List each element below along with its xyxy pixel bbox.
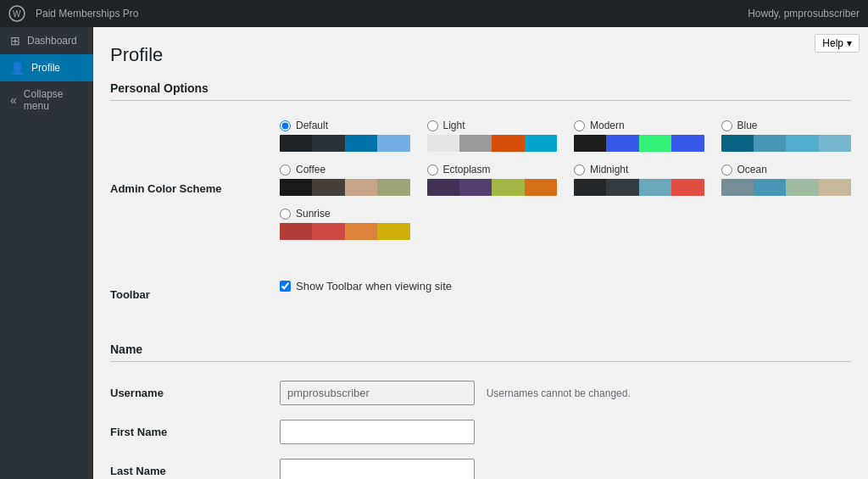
top-bar-right: Howdy, pmprosubscriber xyxy=(748,8,860,19)
color-scheme-ectoplasm: Ectoplasm xyxy=(427,164,558,196)
top-bar-left: W Paid Memberships Pro xyxy=(8,5,138,22)
color-scheme-blue-text: Blue xyxy=(737,120,758,131)
sidebar-item-profile[interactable]: 👤 Profile xyxy=(0,54,93,81)
first-name-label: First Name xyxy=(110,413,280,452)
color-scheme-ectoplasm-text: Ectoplasm xyxy=(443,164,491,175)
color-scheme-sunrise-radio[interactable] xyxy=(280,209,291,220)
toolbar-label-cell: Toolbar xyxy=(110,265,280,326)
color-scheme-midnight-label[interactable]: Midnight xyxy=(574,164,704,175)
username-note: Usernames cannot be changed. xyxy=(487,387,631,399)
color-scheme-default-swatch xyxy=(280,135,410,152)
name-section-heading: Name xyxy=(110,343,851,362)
sidebar: ⊞ Dashboard 👤 Profile « Collapse menu xyxy=(0,27,93,479)
last-name-field-cell xyxy=(280,452,851,480)
first-name-field-cell xyxy=(280,413,851,452)
color-scheme-light-label[interactable]: Light xyxy=(427,120,558,131)
color-scheme-coffee: Coffee xyxy=(280,164,410,196)
last-name-row: Last Name xyxy=(110,452,851,480)
color-scheme-coffee-label[interactable]: Coffee xyxy=(280,164,410,175)
toolbar-row: Toolbar Show Toolbar when viewing site xyxy=(110,265,851,326)
color-scheme-coffee-radio[interactable] xyxy=(280,164,291,175)
username-field-cell: Usernames cannot be changed. xyxy=(280,374,851,413)
toolbar-checkbox-text: Show Toolbar when viewing site xyxy=(296,280,452,292)
howdy-text: Howdy, pmprosubscriber xyxy=(748,8,860,19)
svg-text:W: W xyxy=(13,9,21,19)
color-scheme-ocean-swatch xyxy=(721,179,852,196)
color-scheme-table: Admin Color Scheme Default xyxy=(110,113,851,326)
first-name-row: First Name xyxy=(110,413,851,452)
color-scheme-blue-swatch xyxy=(721,135,852,152)
help-label: Help xyxy=(822,37,843,49)
color-scheme-blue-label[interactable]: Blue xyxy=(721,120,852,131)
color-scheme-light-swatch xyxy=(427,135,558,152)
color-scheme-default-radio[interactable] xyxy=(280,120,291,131)
color-scheme-blue-radio[interactable] xyxy=(721,120,732,131)
color-scheme-default-label[interactable]: Default xyxy=(280,120,410,131)
sidebar-item-label: Dashboard xyxy=(27,35,77,47)
color-scheme-ectoplasm-swatch xyxy=(427,179,558,196)
color-scheme-midnight-text: Midnight xyxy=(590,164,628,175)
sidebar-collapse-label: Collapse menu xyxy=(24,88,83,112)
site-name: Paid Memberships Pro xyxy=(36,8,138,19)
color-scheme-row: Admin Color Scheme Default xyxy=(110,113,851,265)
username-label: Username xyxy=(110,374,280,413)
color-scheme-midnight-radio[interactable] xyxy=(574,164,585,175)
color-scheme-options-cell: Default Light xyxy=(280,113,851,265)
sidebar-item-dashboard[interactable]: ⊞ Dashboard xyxy=(0,27,93,54)
color-scheme-modern-label[interactable]: Modern xyxy=(574,120,704,131)
color-scheme-ocean-radio[interactable] xyxy=(721,164,732,175)
username-row: Username Usernames cannot be changed. xyxy=(110,374,851,413)
dashboard-icon: ⊞ xyxy=(10,34,20,47)
color-scheme-ocean-label[interactable]: Ocean xyxy=(721,164,852,175)
main-content: Profile Personal Options Admin Color Sch… xyxy=(93,27,868,479)
first-name-input[interactable] xyxy=(280,420,475,444)
color-scheme-sunrise-label[interactable]: Sunrise xyxy=(280,208,410,220)
personal-options-heading: Personal Options xyxy=(110,81,851,101)
color-scheme-coffee-text: Coffee xyxy=(296,164,326,175)
color-scheme-midnight: Midnight xyxy=(574,164,704,196)
color-scheme-sunrise-swatch xyxy=(280,223,410,240)
color-scheme-modern: Modern xyxy=(574,120,704,152)
color-scheme-light-text: Light xyxy=(443,120,465,131)
color-scheme-grid: Default Light xyxy=(280,120,851,240)
color-scheme-modern-text: Modern xyxy=(590,120,625,131)
help-chevron-icon: ▾ xyxy=(847,37,852,49)
sidebar-item-collapse[interactable]: « Collapse menu xyxy=(0,81,93,119)
color-scheme-modern-swatch xyxy=(574,135,704,152)
color-scheme-default-text: Default xyxy=(296,120,328,131)
name-form-table: Username Usernames cannot be changed. Fi… xyxy=(110,374,851,479)
color-scheme-default: Default xyxy=(280,120,410,152)
color-scheme-coffee-swatch xyxy=(280,179,410,196)
color-scheme-ectoplasm-radio[interactable] xyxy=(427,164,438,175)
wp-logo-icon: W xyxy=(8,5,25,22)
last-name-input[interactable] xyxy=(280,459,475,479)
help-button[interactable]: Help ▾ xyxy=(815,34,860,53)
color-scheme-ocean: Ocean xyxy=(721,164,852,196)
color-scheme-sunrise: Sunrise xyxy=(280,208,410,240)
collapse-icon: « xyxy=(10,93,17,107)
color-scheme-sunrise-text: Sunrise xyxy=(296,208,331,220)
toolbar-checkbox-label[interactable]: Show Toolbar when viewing site xyxy=(280,271,851,301)
color-scheme-ectoplasm-label[interactable]: Ectoplasm xyxy=(427,164,558,175)
color-scheme-blue: Blue xyxy=(721,120,852,152)
color-scheme-light: Light xyxy=(427,120,558,152)
toolbar-option-cell: Show Toolbar when viewing site xyxy=(280,265,851,326)
color-scheme-ocean-text: Ocean xyxy=(737,164,767,175)
profile-icon: 👤 xyxy=(10,61,25,75)
top-bar: W Paid Memberships Pro Howdy, pmprosubsc… xyxy=(0,0,868,27)
color-scheme-midnight-swatch xyxy=(574,179,704,196)
color-scheme-label-cell: Admin Color Scheme xyxy=(110,113,280,265)
last-name-label: Last Name xyxy=(110,452,280,480)
sidebar-item-label: Profile xyxy=(31,62,60,74)
color-scheme-light-radio[interactable] xyxy=(427,120,438,131)
page-title: Profile xyxy=(110,44,851,66)
color-scheme-modern-radio[interactable] xyxy=(574,120,585,131)
username-input xyxy=(280,381,475,405)
toolbar-checkbox[interactable] xyxy=(280,281,291,292)
